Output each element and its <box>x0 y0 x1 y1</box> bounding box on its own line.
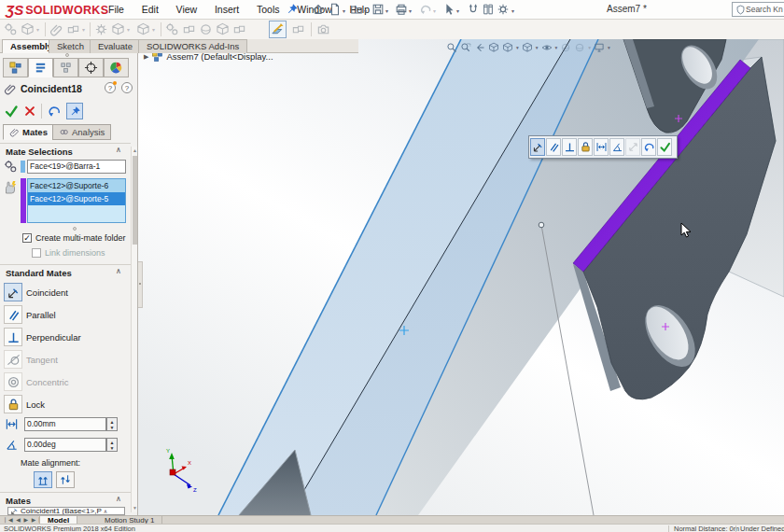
ctx-angle-button[interactable] <box>609 138 624 156</box>
ctx-coincident-button[interactable] <box>530 138 545 156</box>
ctx-lock-button[interactable] <box>578 138 593 156</box>
tangent-button[interactable] <box>4 350 22 369</box>
motion-study-icon[interactable] <box>216 22 230 36</box>
zoom-to-fit-icon[interactable] <box>446 42 457 53</box>
aligned-button[interactable] <box>34 471 52 488</box>
open-icon[interactable] <box>350 3 363 16</box>
list-item-selected[interactable]: Face<12>@Suporte-5 <box>28 192 125 205</box>
perpendicular-label[interactable]: Perpendicular <box>26 332 81 343</box>
rotate-caret-icon[interactable]: ▾ <box>152 26 155 33</box>
angle-spinner[interactable]: ▲▼ <box>106 438 118 452</box>
tangent-label[interactable]: Tangent <box>26 355 58 365</box>
collapse-chevron-icon[interactable]: ∧ <box>116 495 121 503</box>
tab-dimxpert-manager[interactable] <box>78 58 104 77</box>
zoom-to-area-icon[interactable] <box>460 42 471 53</box>
pin-menu-icon[interactable] <box>286 3 299 16</box>
perpendicular-button[interactable] <box>4 328 22 346</box>
orientation-caret-icon[interactable]: ▾ <box>516 45 519 50</box>
assembly-features-icon[interactable] <box>182 22 196 36</box>
save-caret-icon[interactable]: ▾ <box>385 7 388 14</box>
move-component-icon[interactable] <box>111 22 125 36</box>
entity1-field[interactable]: Face<19>@Barra-1 <box>27 160 126 174</box>
collapse-chevron-icon[interactable]: ∧ <box>116 146 121 154</box>
magnet-icon[interactable] <box>467 3 480 16</box>
lock-button[interactable] <box>4 395 22 413</box>
exploded-view-icon[interactable] <box>232 22 246 36</box>
hide-show-caret-icon[interactable]: ▾ <box>555 45 558 50</box>
home-icon[interactable] <box>312 3 325 16</box>
ctx-flip-alignment-button[interactable] <box>625 138 640 156</box>
distance-spinner[interactable]: ▲▼ <box>106 417 118 431</box>
ctx-parallel-button[interactable] <box>546 138 561 156</box>
concentric-button[interactable] <box>4 372 22 391</box>
parallel-label[interactable]: Parallel <box>26 310 56 320</box>
snapshot-camera-icon[interactable] <box>316 22 330 36</box>
panel-grip[interactable] <box>65 53 69 57</box>
ctx-distance-button[interactable] <box>594 138 609 156</box>
graphics-viewport[interactable]: Y X Z ▶ Assem7 (Default<Display... <box>138 39 784 515</box>
tab-feature-manager[interactable] <box>3 58 28 77</box>
scroll-up-icon[interactable]: ▲ <box>132 147 138 153</box>
link-dimensions-checkbox[interactable] <box>32 248 41 258</box>
save-icon[interactable] <box>371 3 385 16</box>
view-settings-icon[interactable] <box>594 42 605 53</box>
ctx-perpendicular-button[interactable] <box>562 138 577 156</box>
options-gear-icon[interactable] <box>497 3 510 16</box>
menu-insert[interactable]: Insert <box>207 0 246 20</box>
ok-button[interactable] <box>4 104 19 119</box>
multi-mate-checkbox[interactable]: ✓ <box>22 233 32 243</box>
reference-geometry-icon[interactable] <box>199 22 213 36</box>
concentric-label[interactable]: Concentric <box>26 377 68 387</box>
ctx-undo-button[interactable] <box>641 138 656 156</box>
apply-scene-icon[interactable] <box>574 42 585 53</box>
update-icon[interactable] <box>291 22 305 36</box>
display-style-icon[interactable] <box>522 42 533 53</box>
coincident-button[interactable] <box>4 283 22 301</box>
menu-edit[interactable]: Edit <box>134 0 166 20</box>
entity-listbox[interactable]: Face<12>@Suporte-6 Face<12>@Suporte-5 <box>27 178 126 223</box>
edit-component-icon[interactable] <box>4 22 18 36</box>
angle-field[interactable]: 0.00deg <box>24 438 106 452</box>
print-icon[interactable] <box>395 3 408 16</box>
insert-caret-icon[interactable]: ▾ <box>36 26 39 33</box>
lock-label[interactable]: Lock <box>26 399 45 410</box>
rotate-component-icon[interactable] <box>136 22 150 36</box>
collapse-chevron-icon[interactable]: ∧ <box>116 267 121 275</box>
undo-icon[interactable] <box>419 3 432 16</box>
instant3d-button[interactable] <box>269 21 287 38</box>
tab-sketch[interactable]: Sketch <box>49 39 92 53</box>
smart-fasteners-icon[interactable] <box>94 22 108 36</box>
help-icon[interactable]: ? <box>121 82 133 93</box>
new-caret-icon[interactable]: ▾ <box>343 7 345 14</box>
tab-property-manager[interactable] <box>28 58 53 77</box>
mate-icon[interactable] <box>49 22 63 36</box>
distance-field[interactable]: 0.00mm <box>24 417 106 431</box>
cancel-button[interactable] <box>23 105 36 118</box>
move-caret-icon[interactable]: ▾ <box>127 26 130 33</box>
new-document-icon[interactable] <box>329 3 342 16</box>
subtab-mates[interactable]: Mates <box>3 124 54 140</box>
open-caret-icon[interactable]: ▾ <box>364 7 367 14</box>
anti-aligned-button[interactable] <box>56 471 75 488</box>
scrollbar-thumb[interactable] <box>133 156 137 245</box>
listbox-scroll-up-icon[interactable]: ∧ <box>104 508 107 514</box>
keep-visible-pin-button[interactable] <box>66 103 83 119</box>
list-resize-grip[interactable] <box>73 227 77 231</box>
edit-appearance-icon[interactable] <box>560 42 571 53</box>
search-box[interactable]: Search Kn <box>732 2 784 17</box>
panel-scrollbar[interactable]: ▲ ▼ <box>131 147 137 512</box>
show-hidden-icon[interactable] <box>165 22 179 36</box>
previous-view-icon[interactable] <box>474 42 485 53</box>
display-pane-icon[interactable] <box>482 3 495 16</box>
view-orientation-icon[interactable] <box>502 42 513 53</box>
options-caret-icon[interactable]: ▾ <box>511 7 514 14</box>
subtab-analysis[interactable]: Analysis <box>52 124 111 140</box>
ctx-ok-button[interactable] <box>657 138 672 156</box>
menu-view[interactable]: View <box>169 0 205 20</box>
panel-splitter[interactable] <box>138 261 143 308</box>
mates-listbox[interactable]: Coincident1 (Base<1>,P ∧ <box>7 507 125 515</box>
multi-mate-label[interactable]: Create multi-mate folder <box>35 233 126 243</box>
scroll-down-icon[interactable]: ▼ <box>132 505 138 511</box>
parallel-button[interactable] <box>4 305 22 324</box>
tab-display-manager[interactable] <box>104 58 129 77</box>
